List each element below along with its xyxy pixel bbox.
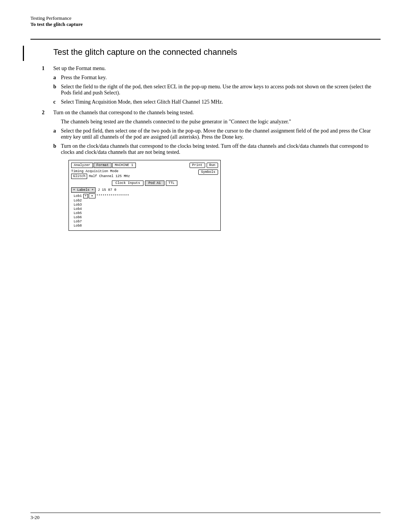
channel-numbers: J 15 87 0	[98, 188, 116, 192]
row-dropdown[interactable]: ▾	[89, 193, 96, 198]
page-title: Test the glitch capture on the connected…	[53, 47, 381, 57]
glitch-label[interactable]: Glitch	[71, 174, 87, 179]
step-1b-label: b	[53, 84, 56, 90]
diagram-row: Lob8	[71, 224, 218, 228]
step-1c-text: Select Timing Acquisition Mode, then sel…	[61, 99, 223, 105]
row-plus-button[interactable]: +	[83, 194, 88, 198]
diagram-tabs: Analyzer Format MACHINE 1	[71, 163, 136, 168]
step-1-substeps: a Press the Format key. b Select the fie…	[61, 75, 381, 105]
step-1-text: Set up the Format menu.	[53, 66, 106, 71]
diagram-row: Lob3	[71, 203, 218, 207]
diagram-action-buttons: Print Run	[190, 163, 218, 168]
format-diagram: Analyzer Format MACHINE 1 Print Run	[68, 160, 221, 231]
step-2a-label: a	[53, 128, 56, 134]
step-2b: b Turn on the clock/data channels that c…	[61, 143, 381, 231]
step-2-substeps: The channels being tested are the channe…	[61, 119, 381, 231]
row-label: Lob3	[71, 203, 83, 207]
step-2-number: 2	[42, 110, 45, 116]
bottom-divider	[30, 513, 381, 513]
breadcrumb-line1: Testing Performance	[30, 15, 381, 21]
step-1-number: 1	[42, 66, 45, 72]
step-2-intro: The channels being tested are the channe…	[61, 119, 381, 125]
step-2a: a Select the pod field, then select one …	[61, 128, 381, 140]
step-2: 2 Turn on the channels that correspond t…	[53, 110, 381, 231]
symbols-button[interactable]: Symbols	[198, 169, 218, 175]
row-label: Lob5	[71, 211, 83, 215]
step-1: 1 Set up the Format menu. a Press the Fo…	[53, 66, 381, 105]
run-button[interactable]: Run	[207, 163, 218, 168]
row-label: Lob4	[71, 207, 83, 211]
step-1c: c Select Timing Acquisition Mode, then s…	[61, 99, 381, 105]
step-1b-text: Select the field to the right of the pod…	[61, 84, 371, 96]
top-divider	[30, 39, 381, 40]
diagram-top-bar: Analyzer Format MACHINE 1 Print Run	[71, 163, 218, 168]
breadcrumb: Testing Performance To test the glitch c…	[30, 15, 381, 27]
row-label: Lob2	[71, 199, 83, 203]
diagram-row: Lob4	[71, 207, 218, 211]
step-1c-label: c	[53, 99, 56, 105]
row-label: Lob8	[71, 224, 83, 228]
ttl-tab[interactable]: TTL	[166, 181, 177, 186]
row-label: Lob7	[71, 220, 83, 224]
clock-inputs-tab[interactable]: Clock Inputs	[112, 181, 143, 186]
diagram-row: Lob7	[71, 220, 218, 224]
labels-button[interactable]: + Labels +	[71, 187, 96, 193]
mode-detail: Half Channel 125 MHz	[89, 174, 130, 178]
diagram-row: Lob2	[71, 199, 218, 203]
section-marker	[23, 46, 24, 61]
input-tabs-row: Clock Inputs Pod A1 TTL	[71, 181, 218, 186]
row-label: Lob6	[71, 216, 83, 219]
diagram-row: Lob1+▾****************	[71, 193, 218, 198]
diagram-row: Lob6	[71, 216, 218, 219]
print-button[interactable]: Print	[190, 163, 205, 168]
timing-acq-label: Timing Acquisition Mode	[71, 169, 130, 173]
main-steps-list: 1 Set up the Format menu. a Press the Fo…	[53, 66, 381, 231]
machine-tab[interactable]: MACHINE 1	[112, 163, 136, 168]
step-1a-text: Press the Format key.	[61, 75, 107, 80]
step-2-intro-text: The channels being tested are the channe…	[61, 119, 291, 125]
step-1a-label: a	[53, 75, 56, 81]
step-1b: b Select the field to the right of the p…	[61, 84, 381, 96]
pod-tab[interactable]: Pod A1	[145, 181, 164, 186]
analyzer-tab[interactable]: Analyzer	[71, 163, 93, 168]
row-label: Lob1	[71, 194, 83, 198]
step-2b-text: Turn on the clock/data channels that cor…	[61, 143, 368, 155]
row-asterisks: ****************	[96, 194, 129, 198]
format-tab[interactable]: Format	[94, 163, 111, 168]
step-1a: a Press the Format key.	[61, 75, 381, 81]
mode-row: Timing Acquisition Mode Glitch Half Chan…	[71, 169, 130, 179]
step-2a-text: Select the pod field, then select one of…	[61, 128, 371, 140]
step-2b-label: b	[53, 143, 56, 149]
diagram-row: Lob5	[71, 211, 218, 215]
breadcrumb-line2: To test the glitch capture	[30, 21, 381, 27]
step-2-text: Turn on the channels that correspond to …	[53, 110, 194, 115]
diagram-rows: Lob1+▾****************Lob2Lob3Lob4Lob5Lo…	[71, 193, 218, 228]
page-number: 3-20	[30, 514, 40, 521]
